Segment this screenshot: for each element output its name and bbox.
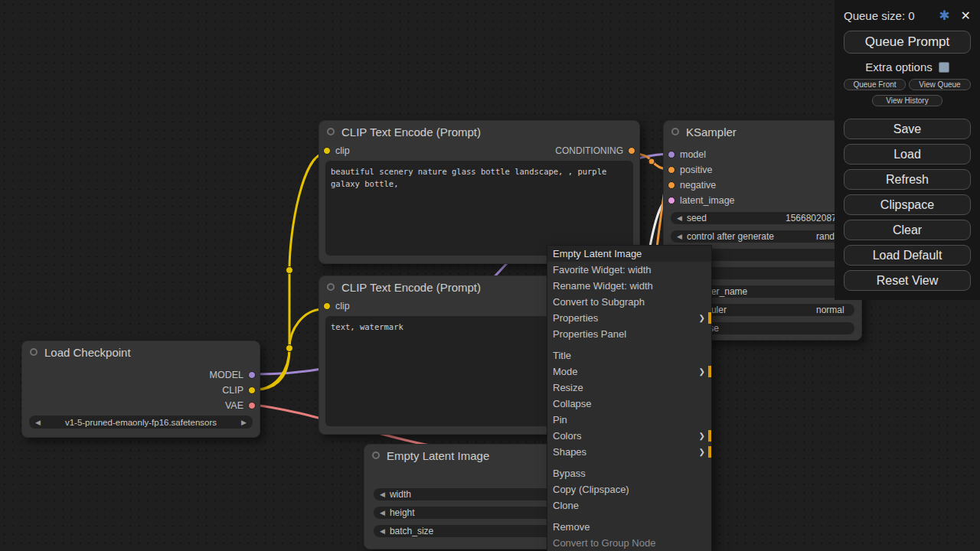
menu-item-label: Remove [553,521,590,533]
positive-input-slot[interactable] [668,166,675,174]
menu-item-convert-to-subgraph[interactable]: Convert to Subgraph [547,294,711,310]
menu-item-label: Collapse [553,398,592,409]
menu-item-pin[interactable]: Pin [547,412,711,428]
node-load-checkpoint[interactable]: Load Checkpoint MODEL CLIP VAE ◀ v1-5-pr… [21,341,260,438]
menu-item-clone[interactable]: Clone [547,497,711,514]
menu-item-rename-widget[interactable]: Rename Widget: width [547,278,711,294]
menu-separator [547,342,711,347]
negative-input-label: negative [680,180,716,191]
menu-item-label: Pin [553,414,567,425]
wire-dot-clip-lower[interactable] [286,345,293,352]
decrement-icon[interactable]: ◀ [677,214,682,222]
collapse-dot-icon[interactable] [372,452,380,459]
positive-prompt-textarea[interactable]: beautiful scenery nature glass bottle la… [325,161,633,256]
conditioning-output-slot[interactable] [628,147,635,155]
menu-item-label: Properties Panel [553,328,626,340]
menu-item-label: Bypass [553,468,586,479]
menu-item-shapes[interactable]: Shapes❯ [547,444,711,460]
menu-item-resize[interactable]: Resize [547,380,711,396]
model-output-slot[interactable] [248,371,256,379]
collapse-dot-icon[interactable] [327,128,335,135]
refresh-button[interactable]: Refresh [844,169,971,190]
node-title: CLIP Text Encode (Prompt) [341,126,481,139]
queue-size-label: Queue size: 0 [844,9,939,22]
load-default-button[interactable]: Load Default [844,245,971,266]
wire-dot-clip-upper[interactable] [286,267,293,274]
load-button[interactable]: Load [844,144,971,165]
menu-item-label: Resize [553,382,583,393]
clipspace-button[interactable]: Clipspace [844,194,971,215]
submenu-chevron-icon: ❯ [699,310,705,326]
conditioning-output-label: CONDITIONING [555,145,623,156]
vae-output-slot[interactable] [248,402,256,409]
menu-item-collapse[interactable]: Collapse [547,396,711,412]
settings-gear-icon[interactable]: ✱ [939,8,949,24]
queue-side-panel: Queue size: 0 ✱ ✕ Queue Prompt Extra opt… [835,0,980,300]
model-input-slot[interactable] [668,151,675,158]
decrement-icon[interactable]: ◀ [677,233,682,240]
queue-prompt-button[interactable]: Queue Prompt [844,31,971,54]
clip-input-slot[interactable] [323,147,331,155]
decrement-icon[interactable]: ◀ [380,491,385,498]
control-after-generate-widget[interactable]: ◀ control after generate randomize [671,230,854,243]
menu-item-properties-panel[interactable]: Properties Panel [547,326,711,342]
menu-separator [547,460,711,465]
collapse-dot-icon[interactable] [671,128,679,135]
menu-item-label: Colors [553,430,582,442]
menu-item-bypass[interactable]: Bypass [547,465,711,481]
extra-options-checkbox[interactable] [939,62,949,73]
menu-item-copy-clipspace[interactable]: Copy (Clipspace) [547,481,711,497]
collapse-dot-icon[interactable] [327,283,335,291]
menu-item-label: Favorite Widget: width [553,264,652,276]
menu-item-favorite-widget[interactable]: Favorite Widget: width [547,262,711,278]
widget-value: normal [816,305,844,315]
view-history-button[interactable]: View History [872,95,942,106]
menu-item-label: Copy (Clipspace) [553,484,629,495]
node-title: KSampler [686,126,737,139]
clip-input-label: clip [335,301,350,311]
decrement-icon[interactable]: ◀ [380,527,385,535]
next-value-icon[interactable]: ▶ [241,419,247,426]
menu-item-colors[interactable]: Colors❯ [547,428,711,444]
queue-front-button[interactable]: Queue Front [844,79,906,90]
node-title-bar[interactable]: Load Checkpoint [22,341,260,363]
close-icon[interactable]: ✕ [961,8,971,23]
decrement-icon[interactable]: ◀ [380,509,385,517]
menu-item-label: Properties [553,312,598,324]
menu-item-properties[interactable]: Properties❯ [547,310,711,326]
node-title-bar[interactable]: KSampler [664,121,861,142]
positive-input-label: positive [680,165,712,175]
negative-input-slot[interactable] [668,181,675,189]
view-queue-button[interactable]: View Queue [909,79,971,90]
submenu-marker [708,366,711,377]
submenu-marker [708,446,711,458]
model-output-label: MODEL [210,370,243,380]
menu-item-remove[interactable]: Remove [547,519,711,535]
node-title-bar[interactable]: CLIP Text Encode (Prompt) [319,121,639,142]
menu-item-title[interactable]: Title [547,347,711,364]
latent-image-input-slot[interactable] [668,197,675,204]
wire-dot-conditioning[interactable] [648,158,655,165]
clip-input-slot[interactable] [323,302,331,310]
node-clip-text-encode-positive[interactable]: CLIP Text Encode (Prompt) clip CONDITION… [318,120,640,264]
clip-output-label: CLIP [222,385,243,396]
prev-value-icon[interactable]: ◀ [35,419,41,426]
ckpt-name-widget[interactable]: ◀ v1-5-pruned-emaonly-fp16.safetensors ▶ [29,416,253,429]
clip-output-slot[interactable] [248,386,256,394]
widget-label: width [390,489,411,500]
widget-label: batch_size [390,526,433,536]
extra-options-label: Extra options [865,60,933,73]
menu-item-convert-to-group-node[interactable]: Convert to Group Node (Deprecated) [547,535,711,551]
menu-item-mode[interactable]: Mode❯ [547,364,711,380]
clear-button[interactable]: Clear [844,220,971,240]
widget-label: seed [687,213,707,223]
save-button[interactable]: Save [844,119,971,139]
submenu-marker [708,430,711,442]
widget-value: 1566802087 [786,213,837,223]
menu-item-label: Shapes [553,446,586,458]
collapse-dot-icon[interactable] [30,348,38,356]
submenu-marker [708,312,711,324]
seed-widget[interactable]: ◀ seed 1566802087 [671,212,854,224]
reset-view-button[interactable]: Reset View [844,270,971,291]
widget-label: control after generate [687,231,774,242]
